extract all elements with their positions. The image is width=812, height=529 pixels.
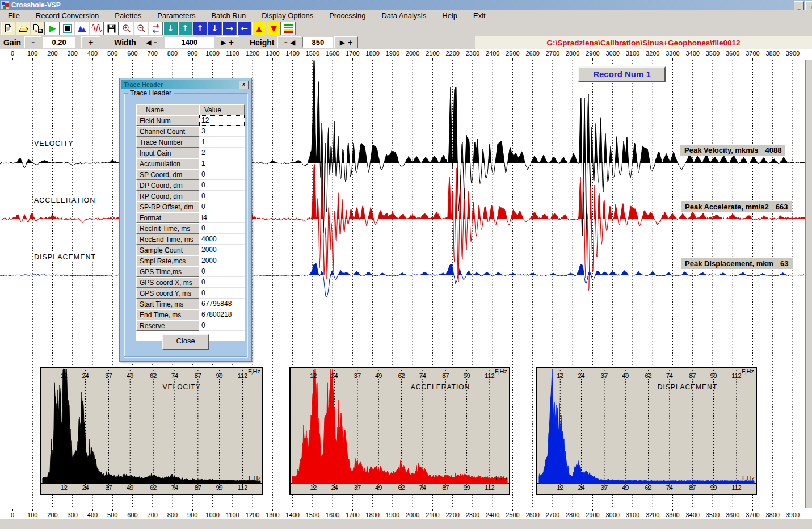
menu-item-parameters[interactable]: Parameters [149, 10, 203, 21]
field-value-cell[interactable]: 0 [199, 320, 245, 331]
ruler-tick [733, 509, 733, 511]
field-value-cell[interactable]: 4000 [199, 234, 245, 245]
record-number-badge[interactable]: Record Num 1 [578, 66, 666, 82]
field-value-cell[interactable]: 67795848 [199, 299, 245, 309]
ruler-tick [53, 509, 53, 511]
gain-value-field[interactable]: 0.20 [43, 37, 75, 48]
ruler-number: 500 [101, 50, 124, 57]
freq-tick-label: 74 [167, 372, 183, 379]
ruler-number: 300 [61, 50, 84, 57]
field-value-cell[interactable]: 2000 [199, 255, 245, 266]
amplitude-down-button[interactable]: ▼ [267, 22, 281, 35]
menu-item-processing[interactable]: Processing [321, 10, 373, 21]
field-value-cell[interactable]: 0 [199, 266, 245, 277]
ruler-number: 3500 [701, 50, 724, 57]
ruler-number: 1700 [341, 511, 364, 518]
field-value-cell[interactable]: 0 [199, 180, 245, 191]
minimize-button[interactable]: _ [794, 1, 804, 10]
field-value-cell[interactable]: 0 [199, 201, 245, 212]
freq-tick-label: 37 [350, 372, 365, 379]
table-row: DP Coord, dm0 [136, 180, 245, 191]
menu-item-data-analysis[interactable]: Data Analysis [373, 10, 434, 21]
field-value-cell[interactable]: 0 [199, 223, 245, 234]
field-name-cell: Trace Number [136, 137, 199, 148]
height-value-field[interactable]: 850 [302, 37, 333, 48]
channel-down-button[interactable]: ↓ [163, 22, 178, 35]
move-up-button[interactable]: ↑ [193, 22, 207, 35]
peak-display-button[interactable] [75, 22, 89, 35]
zoom-out-button[interactable] [134, 22, 148, 35]
play-button[interactable]: ▶ [45, 22, 60, 35]
table-row: SP-RP Offset, dm0 [136, 201, 245, 212]
freq-tick-label: 12 [552, 372, 568, 379]
field-value-cell[interactable]: 2000 [199, 245, 245, 255]
zoom-in-button[interactable] [119, 22, 133, 35]
menu-item-record-conversion[interactable]: Record Conversion [28, 10, 107, 21]
swap-channels-icon: →← [153, 23, 159, 33]
ruler-tick [352, 509, 353, 511]
new-file-button[interactable] [1, 22, 15, 35]
acceleration-spectrum-canvas [291, 368, 509, 494]
stop-button[interactable] [60, 22, 74, 35]
ruler-tick [253, 509, 253, 511]
freq-unit-label: F,Hz [495, 475, 508, 481]
menu-item-file[interactable]: File [0, 10, 28, 21]
menu-item-help[interactable]: Help [434, 10, 465, 21]
menu-item-palettes[interactable]: Palettes [107, 10, 149, 21]
field-value-cell[interactable]: 0 [199, 288, 245, 299]
ruler-number: 400 [81, 511, 104, 518]
height-label: Height [250, 38, 275, 47]
width-decrease-button[interactable]: ◀ – [140, 36, 163, 48]
dialog-title-bar[interactable]: Trace Header x [121, 80, 250, 89]
ruler-number: 3600 [721, 50, 744, 57]
freq-tick-label: 62 [394, 372, 410, 379]
ruler-tick [213, 509, 213, 511]
field-value-cell[interactable]: 2 [199, 148, 245, 158]
gain-decrease-button[interactable]: – [24, 36, 41, 48]
gain-increase-button[interactable]: + [81, 36, 100, 48]
spectrum-title: DISPLACEMENT [658, 383, 717, 391]
velocity-spectrum: 12122424373749496262747487879999112112F,… [40, 367, 263, 495]
field-value-cell[interactable]: 1 [199, 137, 245, 148]
height-decrease-button[interactable]: – ◀ [277, 36, 301, 48]
table-row: Start Time, ms67795848 [136, 299, 245, 309]
move-down-button[interactable]: ↓ [208, 22, 222, 35]
maximize-button[interactable]: □ [805, 1, 812, 10]
menu-item-display-options[interactable]: Display Options [254, 10, 321, 21]
ruler-bottom: 0100200300400500600700800900100011001200… [0, 508, 812, 519]
open-file-button[interactable] [16, 22, 30, 35]
ruler-number: 2400 [481, 511, 504, 518]
menu-item-batch-run[interactable]: Batch Run [203, 10, 254, 21]
displacement-trace-label: DISPLACEMENT [33, 253, 97, 261]
app-window: Crosshole-VSP _ □ FileRecord ConversionP… [0, 0, 812, 529]
move-right-button[interactable]: → [222, 22, 237, 35]
freq-tick-label: 12 [552, 484, 568, 491]
save-button[interactable] [104, 22, 119, 35]
channel-up-button[interactable]: ↑ [178, 22, 192, 35]
width-value-field[interactable]: 1400 [165, 37, 214, 48]
dialog-close-icon[interactable]: x [239, 81, 249, 89]
field-value-cell[interactable]: I4 [199, 212, 245, 223]
field-value-cell[interactable]: 0 [199, 169, 245, 180]
amplitude-up-button[interactable]: ▲ [252, 22, 266, 35]
close-button[interactable]: Close [162, 334, 209, 350]
menu-item-exit[interactable]: Exit [465, 10, 494, 21]
field-value-cell[interactable]: 0 [199, 277, 245, 288]
width-label: Width [114, 38, 136, 47]
width-increase-button[interactable]: ▶ + [216, 36, 239, 48]
ruler-number: 2600 [521, 50, 544, 57]
height-increase-button[interactable]: ▶ + [334, 36, 358, 48]
field-value-cell[interactable]: 0 [199, 191, 245, 201]
export-file-button[interactable] [31, 22, 45, 35]
field-value-cell[interactable]: 1 [199, 158, 245, 169]
palette-button[interactable] [281, 22, 296, 35]
freq-tick-label: 99 [706, 372, 722, 379]
velocity-spectrum-canvas [41, 368, 262, 494]
field-value-cell[interactable]: 67800218 [199, 309, 245, 320]
waveform-button[interactable] [90, 22, 104, 35]
field-value-cell[interactable]: 3 [199, 126, 245, 137]
move-left-button[interactable]: ← [237, 22, 251, 35]
field-value-cell[interactable]: 12 [199, 115, 245, 126]
swap-channels-button[interactable]: →← [149, 22, 163, 35]
freq-tick-label: 37 [350, 484, 365, 491]
